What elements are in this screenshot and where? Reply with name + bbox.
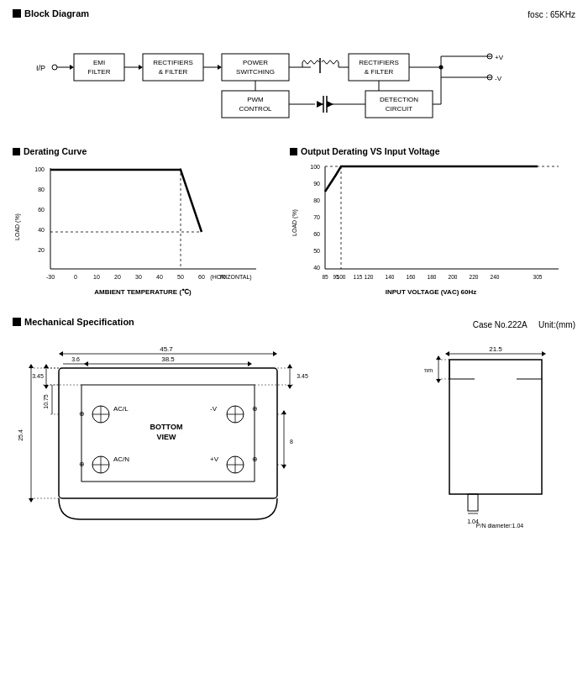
- output-derating-title: Output Derating VS Input Voltage: [290, 146, 575, 156]
- mech-top: Mechanical Specification Case No.222A Un…: [13, 317, 575, 332]
- case-no: Case No.222A: [473, 320, 528, 329]
- svg-text:80: 80: [38, 187, 45, 192]
- svg-text:POWER: POWER: [243, 59, 268, 66]
- block-diagram-section: Block Diagram fosc : 65KHz I/P EMI FILTE…: [13, 8, 575, 138]
- svg-text:+V: +V: [210, 455, 219, 463]
- svg-text:3.45: 3.45: [32, 373, 44, 379]
- svg-text:40: 40: [313, 265, 320, 271]
- mech-bottom-view: 45.7 38.5 3.6: [13, 339, 407, 534]
- svg-text:AMBIENT TEMPERATURE (℃): AMBIENT TEMPERATURE (℃): [94, 288, 192, 296]
- mech-drawings: 45.7 38.5 3.6: [13, 339, 575, 534]
- fosc-label: fosc : 65KHz: [528, 10, 575, 19]
- derating-curve-label: Derating Curve: [24, 146, 87, 156]
- svg-text:INPUT VOLTAGE (VAC) 60Hz: INPUT VOLTAGE (VAC) 60Hz: [386, 288, 476, 296]
- svg-marker-135: [281, 410, 286, 414]
- svg-text:RECTIFIERS: RECTIFIERS: [359, 59, 399, 66]
- derating-curve-chart: 100 80 60 40 20 LOAD (%) -30 0 10 20 30 …: [13, 160, 273, 307]
- svg-marker-126: [29, 498, 34, 503]
- svg-marker-168: [436, 355, 441, 360]
- svg-rect-25: [349, 54, 409, 81]
- svg-text:-V: -V: [495, 75, 502, 82]
- svg-marker-12: [218, 65, 222, 70]
- svg-text:25.4: 25.4: [18, 429, 24, 441]
- svg-marker-136: [281, 465, 286, 469]
- svg-text:& FILTER: & FILTER: [365, 68, 394, 76]
- svg-text:PWM: PWM: [247, 96, 264, 103]
- mech-icon: [13, 318, 21, 326]
- svg-text:90: 90: [313, 181, 320, 187]
- svg-text:⊕: ⊕: [252, 405, 258, 413]
- svg-text:305: 305: [533, 274, 543, 280]
- svg-text:AC/N: AC/N: [113, 455, 129, 463]
- svg-text:60: 60: [38, 207, 45, 213]
- svg-rect-13: [222, 54, 289, 81]
- unit-label: Unit:(mm): [538, 320, 575, 329]
- svg-text:3.6: 3.6: [71, 356, 80, 362]
- svg-text:0: 0: [74, 274, 77, 280]
- svg-text:⊕: ⊕: [252, 455, 258, 463]
- svg-text:240: 240: [491, 274, 500, 280]
- svg-rect-3: [74, 54, 124, 81]
- svg-rect-164: [449, 360, 542, 494]
- mech-title: Mechanical Specification: [24, 317, 134, 327]
- svg-text:(HORIZONTAL): (HORIZONTAL): [210, 274, 251, 281]
- svg-text:LOAD (%): LOAD (%): [291, 209, 298, 236]
- svg-marker-104: [248, 361, 252, 366]
- block-diagram-top: Block Diagram fosc : 65KHz: [13, 8, 575, 24]
- svg-text:RECTIFIERS: RECTIFIERS: [153, 59, 193, 66]
- svg-text:SWITCHING: SWITCHING: [236, 68, 275, 76]
- svg-text:50: 50: [177, 274, 184, 280]
- svg-text:140: 140: [386, 274, 395, 280]
- block-diagram-title: Block Diagram: [24, 8, 89, 18]
- svg-point-0: [52, 65, 57, 70]
- svg-marker-120: [287, 385, 292, 389]
- svg-text:60: 60: [198, 274, 205, 280]
- bottom-view-svg: 45.7 38.5 3.6: [13, 339, 349, 532]
- svg-text:100: 100: [310, 164, 320, 170]
- svg-text:160: 160: [407, 274, 416, 280]
- output-derating-label: Output Derating VS Input Voltage: [301, 146, 439, 156]
- svg-marker-7: [139, 65, 143, 70]
- svg-text:CONTROL: CONTROL: [239, 105, 272, 113]
- svg-text:⊕: ⊕: [79, 461, 85, 468]
- svg-text:60: 60: [313, 231, 320, 237]
- svg-marker-161: [445, 351, 449, 356]
- svg-text:120: 120: [365, 274, 374, 280]
- svg-rect-8: [143, 54, 203, 81]
- derating-curve-container: Derating Curve 100 80 60 40 20 LOAD (%): [13, 146, 281, 308]
- svg-text:100: 100: [337, 274, 346, 280]
- svg-text:BOTTOM: BOTTOM: [150, 423, 183, 431]
- svg-marker-99: [59, 351, 63, 356]
- svg-text:115: 115: [354, 274, 363, 280]
- mech-header: Mechanical Specification: [13, 317, 134, 327]
- side-view-svg: 21.5 3.5±1mm: [424, 339, 575, 532]
- svg-text:100: 100: [34, 166, 45, 172]
- svg-marker-125: [29, 364, 34, 368]
- derating-curve-icon: [13, 148, 20, 155]
- mech-side-view: 21.5 3.5±1mm: [424, 339, 575, 534]
- derating-curve-title: Derating Curve: [13, 146, 281, 156]
- svg-marker-162: [542, 351, 546, 356]
- svg-marker-114: [44, 385, 49, 389]
- svg-text:10: 10: [93, 274, 100, 280]
- svg-rect-174: [468, 494, 478, 511]
- svg-text:EMI: EMI: [93, 59, 105, 66]
- svg-text:20: 20: [114, 274, 121, 280]
- svg-text:40: 40: [156, 274, 163, 280]
- svg-text:21.5: 21.5: [489, 345, 502, 353]
- svg-text:30: 30: [135, 274, 142, 280]
- svg-text:VIEW: VIEW: [156, 433, 176, 441]
- svg-marker-119: [287, 364, 292, 368]
- mechanical-section: Mechanical Specification Case No.222A Un…: [13, 317, 575, 534]
- charts-row: Derating Curve 100 80 60 40 20 LOAD (%): [13, 146, 575, 308]
- svg-marker-169: [436, 379, 441, 383]
- svg-text:-V: -V: [210, 405, 218, 413]
- svg-text:3.45: 3.45: [297, 373, 308, 379]
- svg-text:-30: -30: [46, 274, 55, 280]
- svg-text:& FILTER: & FILTER: [159, 68, 188, 76]
- block-diagram-drawing: I/P EMI FILTER RECTIFIERS & FILTER: [13, 27, 571, 136]
- svg-text:40: 40: [38, 227, 45, 233]
- svg-rect-16: [222, 91, 289, 118]
- mech-info: Case No.222A Unit:(mm): [473, 320, 575, 329]
- ip-label: I/P: [36, 64, 45, 72]
